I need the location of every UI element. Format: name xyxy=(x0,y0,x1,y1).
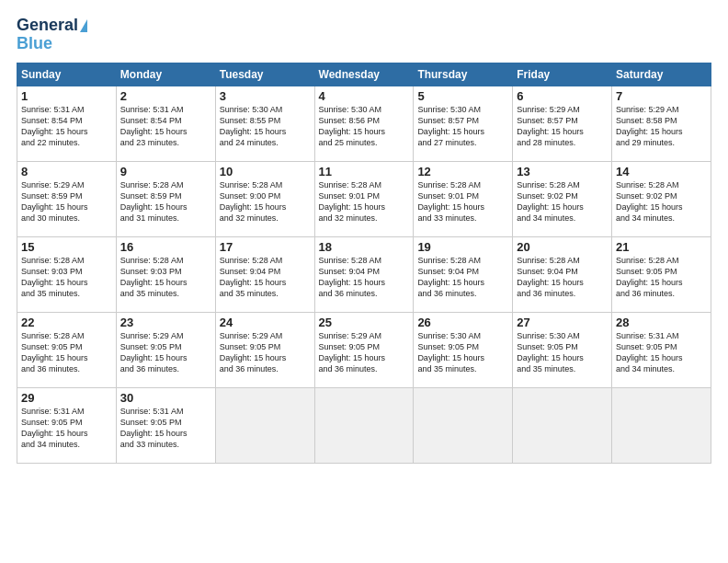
weekday-header-saturday: Saturday xyxy=(612,63,711,86)
cell-info: Sunrise: 5:28 AMSunset: 9:01 PMDaylight:… xyxy=(417,180,484,223)
cell-info: Sunrise: 5:28 AMSunset: 9:04 PMDaylight:… xyxy=(417,256,484,298)
cell-info: Sunrise: 5:28 AMSunset: 9:03 PMDaylight:… xyxy=(120,256,188,298)
cell-info: Sunrise: 5:29 AMSunset: 9:05 PMDaylight:… xyxy=(319,331,386,373)
calendar-cell xyxy=(414,387,513,463)
calendar-week-5: 29 Sunrise: 5:31 AMSunset: 9:05 PMDaylig… xyxy=(17,387,711,463)
cell-info: Sunrise: 5:31 AMSunset: 9:05 PMDaylight:… xyxy=(120,407,188,449)
cell-info: Sunrise: 5:31 AMSunset: 9:05 PMDaylight:… xyxy=(21,407,88,449)
calendar-week-1: 1 Sunrise: 5:31 AMSunset: 8:54 PMDayligh… xyxy=(17,86,711,161)
day-number: 24 xyxy=(220,316,311,329)
cell-info: Sunrise: 5:30 AMSunset: 9:05 PMDaylight:… xyxy=(417,331,484,373)
day-number: 23 xyxy=(120,316,211,329)
page: General Blue SundayMondayTuesdayWednesda… xyxy=(0,0,728,563)
calendar-week-2: 8 Sunrise: 5:29 AMSunset: 8:59 PMDayligh… xyxy=(17,161,711,236)
cell-info: Sunrise: 5:29 AMSunset: 9:05 PMDaylight:… xyxy=(220,331,287,373)
cell-info: Sunrise: 5:31 AMSunset: 8:54 PMDaylight:… xyxy=(120,105,188,147)
calendar-cell: 3 Sunrise: 5:30 AMSunset: 8:55 PMDayligh… xyxy=(215,86,314,161)
calendar-cell: 1 Sunrise: 5:31 AMSunset: 8:54 PMDayligh… xyxy=(17,86,117,161)
logo: General Blue xyxy=(17,17,87,53)
day-number: 14 xyxy=(616,165,707,178)
calendar-header-row: SundayMondayTuesdayWednesdayThursdayFrid… xyxy=(17,63,711,86)
calendar-cell: 14 Sunrise: 5:28 AMSunset: 9:02 PMDaylig… xyxy=(612,161,711,236)
calendar-cell: 19 Sunrise: 5:28 AMSunset: 9:04 PMDaylig… xyxy=(414,236,513,312)
day-number: 3 xyxy=(220,89,311,103)
cell-info: Sunrise: 5:28 AMSunset: 9:04 PMDaylight:… xyxy=(517,256,584,298)
weekday-header-tuesday: Tuesday xyxy=(215,63,314,86)
day-number: 30 xyxy=(120,391,211,405)
calendar-cell xyxy=(513,387,612,463)
calendar-cell: 30 Sunrise: 5:31 AMSunset: 9:05 PMDaylig… xyxy=(116,387,215,463)
day-number: 15 xyxy=(21,240,112,254)
header: General Blue xyxy=(17,17,711,53)
logo-triangle-icon xyxy=(80,19,87,32)
day-number: 29 xyxy=(21,391,112,405)
cell-info: Sunrise: 5:28 AMSunset: 9:05 PMDaylight:… xyxy=(21,331,88,373)
cell-info: Sunrise: 5:28 AMSunset: 8:59 PMDaylight:… xyxy=(120,180,188,223)
calendar-cell: 29 Sunrise: 5:31 AMSunset: 9:05 PMDaylig… xyxy=(17,387,117,463)
weekday-header-wednesday: Wednesday xyxy=(314,63,414,86)
day-number: 2 xyxy=(120,89,211,103)
day-number: 19 xyxy=(417,240,508,254)
day-number: 11 xyxy=(319,165,410,178)
day-number: 17 xyxy=(220,240,311,254)
calendar-cell: 21 Sunrise: 5:28 AMSunset: 9:05 PMDaylig… xyxy=(612,236,711,312)
cell-info: Sunrise: 5:28 AMSunset: 9:00 PMDaylight:… xyxy=(220,180,287,223)
day-number: 12 xyxy=(417,165,508,178)
cell-info: Sunrise: 5:28 AMSunset: 9:01 PMDaylight:… xyxy=(319,180,386,223)
calendar-table: SundayMondayTuesdayWednesdayThursdayFrid… xyxy=(17,63,711,464)
calendar-cell: 7 Sunrise: 5:29 AMSunset: 8:58 PMDayligh… xyxy=(612,86,711,161)
calendar-cell: 12 Sunrise: 5:28 AMSunset: 9:01 PMDaylig… xyxy=(414,161,513,236)
cell-info: Sunrise: 5:28 AMSunset: 9:04 PMDaylight:… xyxy=(319,256,386,298)
calendar-cell: 10 Sunrise: 5:28 AMSunset: 9:00 PMDaylig… xyxy=(215,161,314,236)
calendar-cell: 8 Sunrise: 5:29 AMSunset: 8:59 PMDayligh… xyxy=(17,161,117,236)
calendar-cell xyxy=(612,387,711,463)
day-number: 1 xyxy=(21,89,112,103)
cell-info: Sunrise: 5:30 AMSunset: 8:55 PMDaylight:… xyxy=(220,105,287,147)
calendar-cell: 5 Sunrise: 5:30 AMSunset: 8:57 PMDayligh… xyxy=(414,86,513,161)
calendar-cell: 23 Sunrise: 5:29 AMSunset: 9:05 PMDaylig… xyxy=(116,312,215,387)
cell-info: Sunrise: 5:28 AMSunset: 9:04 PMDaylight:… xyxy=(220,256,287,298)
day-number: 18 xyxy=(319,240,410,254)
cell-info: Sunrise: 5:29 AMSunset: 9:05 PMDaylight:… xyxy=(120,331,188,373)
calendar-cell: 11 Sunrise: 5:28 AMSunset: 9:01 PMDaylig… xyxy=(314,161,414,236)
cell-info: Sunrise: 5:30 AMSunset: 8:57 PMDaylight:… xyxy=(417,105,484,147)
calendar-cell: 15 Sunrise: 5:28 AMSunset: 9:03 PMDaylig… xyxy=(17,236,117,312)
day-number: 20 xyxy=(517,240,608,254)
day-number: 7 xyxy=(616,89,707,103)
weekday-header-sunday: Sunday xyxy=(17,63,117,86)
calendar-cell: 16 Sunrise: 5:28 AMSunset: 9:03 PMDaylig… xyxy=(116,236,215,312)
day-number: 9 xyxy=(120,165,211,178)
day-number: 6 xyxy=(517,89,608,103)
calendar-cell: 20 Sunrise: 5:28 AMSunset: 9:04 PMDaylig… xyxy=(513,236,612,312)
day-number: 16 xyxy=(120,240,211,254)
cell-info: Sunrise: 5:29 AMSunset: 8:57 PMDaylight:… xyxy=(517,105,584,147)
calendar-cell: 4 Sunrise: 5:30 AMSunset: 8:56 PMDayligh… xyxy=(314,86,414,161)
day-number: 4 xyxy=(319,89,410,103)
calendar-cell: 17 Sunrise: 5:28 AMSunset: 9:04 PMDaylig… xyxy=(215,236,314,312)
day-number: 27 xyxy=(517,316,608,329)
cell-info: Sunrise: 5:31 AMSunset: 8:54 PMDaylight:… xyxy=(21,105,88,147)
calendar-cell: 2 Sunrise: 5:31 AMSunset: 8:54 PMDayligh… xyxy=(116,86,215,161)
day-number: 28 xyxy=(616,316,707,329)
cell-info: Sunrise: 5:28 AMSunset: 9:02 PMDaylight:… xyxy=(517,180,584,223)
calendar-body: 1 Sunrise: 5:31 AMSunset: 8:54 PMDayligh… xyxy=(17,86,711,463)
calendar-cell: 26 Sunrise: 5:30 AMSunset: 9:05 PMDaylig… xyxy=(414,312,513,387)
calendar-cell: 28 Sunrise: 5:31 AMSunset: 9:05 PMDaylig… xyxy=(612,312,711,387)
cell-info: Sunrise: 5:28 AMSunset: 9:02 PMDaylight:… xyxy=(616,180,683,223)
day-number: 8 xyxy=(21,165,112,178)
calendar-cell: 6 Sunrise: 5:29 AMSunset: 8:57 PMDayligh… xyxy=(513,86,612,161)
cell-info: Sunrise: 5:29 AMSunset: 8:59 PMDaylight:… xyxy=(21,180,88,223)
cell-info: Sunrise: 5:30 AMSunset: 9:05 PMDaylight:… xyxy=(517,331,584,373)
cell-info: Sunrise: 5:28 AMSunset: 9:03 PMDaylight:… xyxy=(21,256,88,298)
day-number: 13 xyxy=(517,165,608,178)
calendar-week-4: 22 Sunrise: 5:28 AMSunset: 9:05 PMDaylig… xyxy=(17,312,711,387)
calendar-cell: 18 Sunrise: 5:28 AMSunset: 9:04 PMDaylig… xyxy=(314,236,414,312)
calendar-cell: 24 Sunrise: 5:29 AMSunset: 9:05 PMDaylig… xyxy=(215,312,314,387)
day-number: 22 xyxy=(21,316,112,329)
calendar-cell: 13 Sunrise: 5:28 AMSunset: 9:02 PMDaylig… xyxy=(513,161,612,236)
day-number: 25 xyxy=(319,316,410,329)
day-number: 10 xyxy=(220,165,311,178)
calendar-cell: 22 Sunrise: 5:28 AMSunset: 9:05 PMDaylig… xyxy=(17,312,117,387)
calendar-week-3: 15 Sunrise: 5:28 AMSunset: 9:03 PMDaylig… xyxy=(17,236,711,312)
weekday-header-monday: Monday xyxy=(116,63,215,86)
